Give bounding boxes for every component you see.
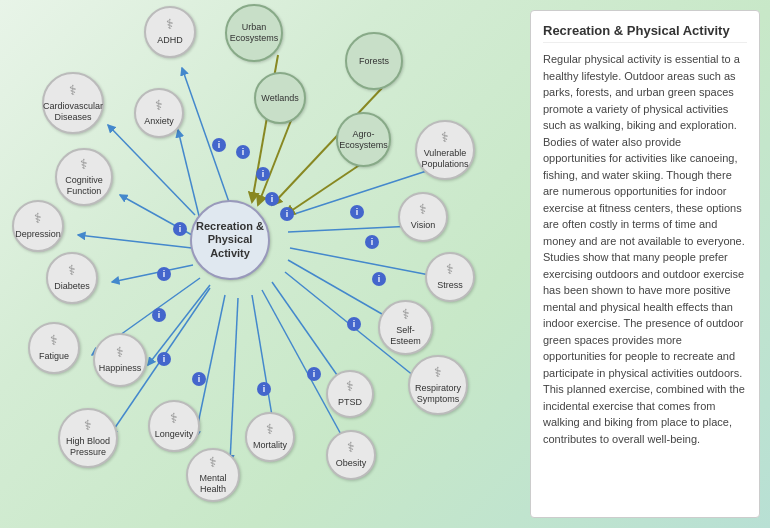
info-panel-title: Recreation & Physical Activity [543, 23, 747, 43]
node-obesity-label: Obesity [334, 456, 369, 471]
node-mortality-label: Mortality [251, 438, 289, 453]
svg-line-0 [182, 68, 230, 205]
node-highblood[interactable]: ⚕ High Blood Pressure [58, 408, 118, 468]
medical-icon-se: ⚕ [402, 306, 410, 322]
node-stress[interactable]: ⚕ Stress [425, 252, 475, 302]
node-selfesteem-label: Self-Esteem [380, 323, 431, 349]
diagram-area: Recreation & Physical Activity ⚕ ADHD Ur… [0, 0, 530, 528]
node-mortality[interactable]: ⚕ Mortality [245, 412, 295, 462]
info-btn-13[interactable]: i [347, 317, 361, 331]
node-mental[interactable]: ⚕ Mental Health [186, 448, 240, 502]
node-cognitive[interactable]: ⚕ Cognitive Function [55, 148, 113, 206]
node-vision-label: Vision [409, 218, 437, 233]
node-anxiety-label: Anxiety [142, 114, 176, 129]
node-happiness-label: Happiness [97, 361, 144, 376]
node-cognitive-label: Cognitive Function [57, 173, 111, 199]
svg-line-5 [112, 265, 193, 282]
info-btn-11[interactable]: i [257, 382, 271, 396]
node-happiness[interactable]: ⚕ Happiness [93, 333, 147, 387]
node-wetlands-label: Wetlands [259, 91, 300, 106]
svg-line-1 [108, 125, 195, 215]
node-agro-label: Agro- Ecosystems [337, 127, 390, 153]
node-longevity-label: Longevity [153, 427, 196, 442]
info-btn-15[interactable]: i [365, 235, 379, 249]
medical-icon-obe: ⚕ [347, 439, 355, 455]
node-anxiety[interactable]: ⚕ Anxiety [134, 88, 184, 138]
node-respiratory-label: Respiratory Symptoms [410, 381, 466, 407]
node-fatigue-label: Fatigue [37, 349, 71, 364]
medical-icon-c: ⚕ [69, 82, 77, 98]
main-container: Recreation & Physical Activity ⚕ ADHD Ur… [0, 0, 770, 528]
medical-icon-men: ⚕ [209, 454, 217, 470]
svg-line-7 [148, 285, 210, 365]
node-respiratory[interactable]: ⚕ Respiratory Symptoms [408, 355, 468, 415]
node-obesity[interactable]: ⚕ Obesity [326, 430, 376, 480]
node-adhd[interactable]: ⚕ ADHD [144, 6, 196, 58]
medical-icon-ptsd: ⚕ [346, 378, 354, 394]
node-vulnerable[interactable]: ⚕ Vulnerable Populations [415, 120, 475, 180]
info-btn-6[interactable]: i [173, 222, 187, 236]
info-btn-14[interactable]: i [372, 272, 386, 286]
medical-icon-hap: ⚕ [116, 344, 124, 360]
node-diabetes-label: Diabetes [52, 279, 92, 294]
node-depression[interactable]: ⚕ Depression [12, 200, 64, 252]
medical-icon-cog: ⚕ [80, 156, 88, 172]
info-panel-text: Regular physical activity is essential t… [543, 51, 747, 447]
node-diabetes[interactable]: ⚕ Diabetes [46, 252, 98, 304]
node-wetlands[interactable]: Wetlands [254, 72, 306, 124]
node-selfesteem[interactable]: ⚕ Self-Esteem [378, 300, 433, 355]
svg-line-10 [230, 298, 238, 462]
medical-icon-dia: ⚕ [68, 262, 76, 278]
node-fatigue[interactable]: ⚕ Fatigue [28, 322, 80, 374]
node-highblood-label: High Blood Pressure [60, 434, 116, 460]
node-ptsd[interactable]: ⚕ PTSD [326, 370, 374, 418]
center-node-label: Recreation & Physical Activity [192, 218, 268, 262]
node-forests-label: Forests [357, 54, 391, 69]
medical-icon-an: ⚕ [155, 97, 163, 113]
medical-icon-fat: ⚕ [50, 332, 58, 348]
info-btn-12[interactable]: i [307, 367, 321, 381]
info-btn-7[interactable]: i [157, 267, 171, 281]
info-btn-10[interactable]: i [192, 372, 206, 386]
node-mental-label: Mental Health [188, 471, 238, 497]
node-cardiovascular[interactable]: ⚕ Cardiovascular Diseases [42, 72, 104, 134]
medical-icon-lon: ⚕ [170, 410, 178, 426]
node-stress-label: Stress [435, 278, 465, 293]
node-longevity[interactable]: ⚕ Longevity [148, 400, 200, 452]
medical-icon-dep: ⚕ [34, 210, 42, 226]
svg-line-2 [178, 130, 200, 220]
info-panel: Recreation & Physical Activity Regular p… [530, 10, 760, 518]
info-btn-2[interactable]: i [236, 145, 250, 159]
medical-icon-hbp: ⚕ [84, 417, 92, 433]
medical-icon-str: ⚕ [446, 261, 454, 277]
info-btn-16[interactable]: i [350, 205, 364, 219]
svg-line-4 [78, 235, 192, 248]
node-cardiovascular-label: Cardiovascular Diseases [41, 99, 105, 125]
node-vulnerable-label: Vulnerable Populations [417, 146, 473, 172]
medical-icon-res: ⚕ [434, 364, 442, 380]
svg-line-16 [290, 248, 445, 278]
node-agro[interactable]: Agro- Ecosystems [336, 112, 391, 167]
info-btn-4[interactable]: i [265, 192, 279, 206]
medical-icon-vis: ⚕ [419, 201, 427, 217]
node-depression-label: Depression [13, 227, 63, 242]
medical-icon-mor: ⚕ [266, 421, 274, 437]
node-urban-label: Urban Ecosystems [227, 20, 281, 46]
info-btn-9[interactable]: i [157, 352, 171, 366]
center-node[interactable]: Recreation & Physical Activity [190, 200, 270, 280]
info-btn-5[interactable]: i [280, 207, 294, 221]
info-btn-8[interactable]: i [152, 308, 166, 322]
medical-icon: ⚕ [166, 16, 174, 32]
node-vision[interactable]: ⚕ Vision [398, 192, 448, 242]
node-forests[interactable]: Forests [345, 32, 403, 90]
svg-line-9 [195, 295, 225, 438]
info-btn-1[interactable]: i [212, 138, 226, 152]
node-urban[interactable]: Urban Ecosystems [225, 4, 283, 62]
info-btn-3[interactable]: i [256, 167, 270, 181]
medical-icon-v: ⚕ [441, 129, 449, 145]
node-adhd-label: ADHD [155, 33, 185, 48]
node-ptsd-label: PTSD [336, 395, 364, 410]
